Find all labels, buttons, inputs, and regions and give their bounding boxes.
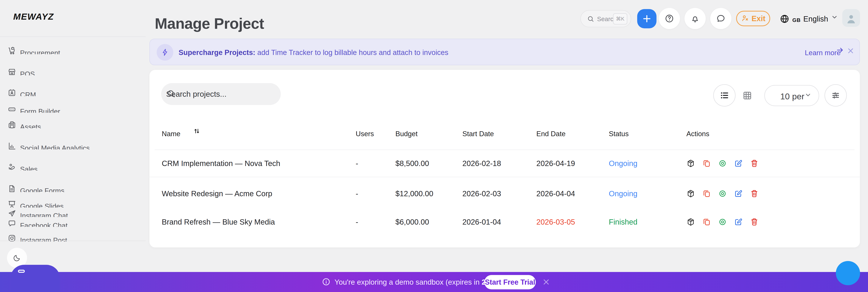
list-icon [719,90,729,100]
cell-start-date: 2026-01-04 [462,218,501,226]
cell-budget: $12,000.00 [395,189,433,198]
bar-chart-icon [7,142,16,150]
edit-icon[interactable] [734,189,743,198]
add-button[interactable] [637,9,656,28]
cell-start-date: 2026-02-03 [462,189,501,198]
chat-fab-button[interactable] [836,261,860,285]
globe-icon [779,14,790,24]
notifications-button[interactable] [684,8,706,29]
learn-more-link[interactable]: Learn more [805,49,841,57]
presentation-icon [7,200,16,209]
promo-close-icon[interactable] [847,47,855,54]
promo-banner: Supercharge Projects: add Time Tracker t… [150,39,860,65]
edit-icon[interactable] [734,218,743,226]
table-row: CRM Implementation — Nova Tech-$8,500.00… [150,150,860,177]
cell-name: CRM Implementation — Nova Tech [162,159,280,168]
delete-icon[interactable] [750,159,758,168]
sidebar-item-sales[interactable]: Sales [7,163,140,174]
document-icon [7,184,16,193]
sidebar-item-label-wrap: Facebook Chat [20,222,67,227]
sliders-icon [831,90,841,100]
package-icon[interactable] [686,159,695,168]
promo-badge [157,44,173,61]
sidebar-item-pos[interactable]: POS [7,68,140,79]
sidebar-item-google-forms[interactable]: Google Forms [7,184,140,196]
exit-button[interactable]: Exit [736,11,770,26]
sidebar-item-label-wrap: Google Slides [20,203,64,208]
package-icon[interactable] [686,189,695,198]
column-header-name[interactable]: Name [162,130,181,138]
demo-close-icon[interactable] [542,278,550,286]
sidebar-item-label: Procurement [20,49,60,54]
cell-end-date: 2026-04-04 [536,189,575,198]
filter-button[interactable] [825,84,847,107]
sidebar-item-label-wrap: Google Forms [20,187,64,192]
chevron-down-icon [804,91,812,99]
copy-icon[interactable] [702,189,711,198]
language-selector[interactable]: GB English [779,11,838,27]
sidebar-item-social-media-analytics[interactable]: Social Media Analytics [7,142,140,153]
view-icon[interactable] [718,218,727,226]
form-input-icon [7,105,16,114]
sidebar: ProcurementPOSCRMForm BuilderAssetsSocia… [0,38,146,242]
view-icon[interactable] [718,189,727,198]
page-title-wrap: Manage Project [155,15,420,33]
view-icon[interactable] [718,159,727,168]
sidebar-item-instagram-post[interactable]: Instagram Post [7,234,140,245]
help-icon [664,13,674,24]
cell-status: Ongoing [609,189,638,198]
column-header-status: Status [609,130,629,138]
sidebar-item-assets[interactable]: Assets [7,120,140,132]
cell-budget: $8,500.00 [395,159,429,168]
sidebar-item-instagram-chat[interactable]: Instagram Chat [7,209,140,221]
package-icon[interactable] [686,218,695,226]
app-logo[interactable]: MEWAYZ [13,11,54,22]
sidebar-item-label: CRM [20,92,36,96]
list-view-button[interactable] [713,84,736,107]
printer-icon [7,120,16,129]
copy-icon[interactable] [702,159,711,168]
table-row: Website Redesign — Acme Corp-$12,000.002… [150,179,860,208]
per-page-dropdown[interactable]: 10 per [764,85,819,106]
delete-icon[interactable] [750,218,758,226]
sidebar-item-form-builder[interactable]: Form Builder [7,105,140,116]
chat-widget-button[interactable] [10,265,60,292]
user-avatar[interactable] [842,9,860,27]
edit-icon[interactable] [734,159,743,168]
copy-icon[interactable] [702,218,711,226]
sidebar-item-crm[interactable]: CRM [7,88,140,100]
grid-view-button[interactable] [742,90,753,101]
search-shortcut-badge: ⌘K [613,13,627,25]
start-free-trial-button[interactable]: Start Free Trial [484,275,536,289]
sidebar-item-label-wrap: Instagram Chat [20,212,68,217]
sidebar-item-facebook-chat[interactable]: Facebook Chat [7,219,140,230]
sort-icon[interactable] [193,127,200,135]
cell-actions [686,159,758,168]
user-x-icon [741,14,750,23]
per-page-value: 10 per [780,92,804,101]
moon-icon [13,254,21,262]
cell-end-date: 2026-03-05 [536,218,575,226]
promo-text: Supercharge Projects: add Time Tracker t… [179,48,448,57]
sidebar-item-procurement[interactable]: Procurement [7,46,140,58]
cell-status: Finished [609,218,638,226]
global-search-button[interactable]: Search ⌘K [581,10,631,27]
project-search-input[interactable] [161,83,281,105]
person-icon [845,13,858,25]
demo-banner: You're exploring a demo sandbox (expires… [0,272,868,292]
messages-button[interactable] [710,8,732,29]
column-header-budget: Budget [395,130,417,138]
header-divider [0,36,146,37]
paper-plane-icon [7,209,16,218]
store-icon [7,68,16,76]
delete-icon[interactable] [750,189,758,198]
sidebar-item-label: Form Builder [20,108,60,113]
help-button[interactable] [659,8,680,29]
column-header-start-date: Start Date [462,130,494,138]
cell-users: - [356,159,358,168]
sidebar-divider [0,241,146,241]
sidebar-item-label: Instagram Chat [20,212,68,217]
page-title: Manage Project [155,15,420,33]
arrow-right-icon[interactable] [836,46,844,54]
sidebar-item-label-wrap: Social Media Analytics [20,145,90,149]
